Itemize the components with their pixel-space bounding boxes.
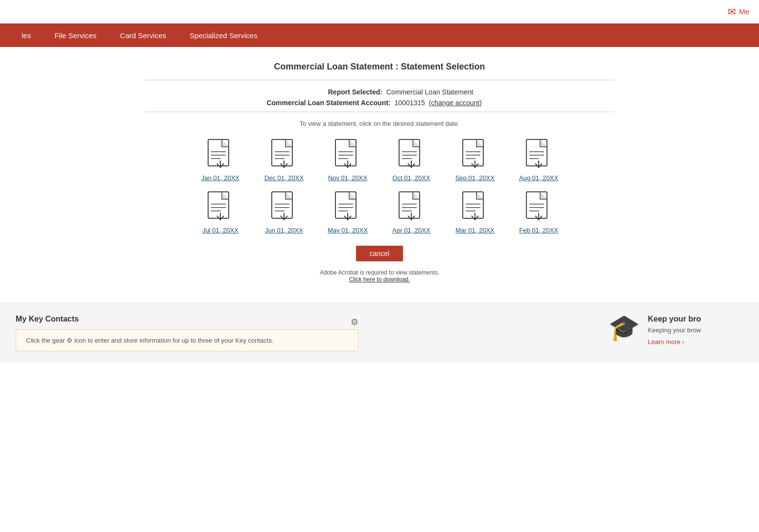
statement-item[interactable]: Feb 01, 20XX (517, 191, 561, 234)
statement-date[interactable]: Mar 01, 20XX (455, 227, 495, 234)
cancel-button[interactable]: cancel (356, 246, 403, 261)
pdf-icon (462, 191, 488, 223)
statement-item[interactable]: Jul 01, 20XX (198, 191, 242, 234)
statement-date[interactable]: Feb 01, 20XX (519, 227, 558, 234)
svg-rect-40 (335, 192, 356, 218)
svg-rect-0 (208, 139, 229, 166)
footer-right-text: Keep your bro Keeping your brow Learn mo… (648, 315, 743, 346)
top-divider (144, 80, 615, 80)
pdf-icon (462, 139, 488, 170)
my-key-contacts-title: My Key Contacts (16, 315, 79, 324)
statement-item[interactable]: Mar 01, 20XX (453, 191, 497, 234)
statements-row-2: Jul 01, 20XX Jun 01, 20XX May 01, 20XX (198, 191, 561, 234)
statement-date[interactable]: Nov 01, 20XX (328, 174, 367, 182)
statement-date[interactable]: May 01, 20XX (328, 227, 368, 234)
account-value: 10001315 (change account) (395, 99, 493, 107)
svg-rect-20 (463, 139, 483, 166)
nav-bar: les File Services Card Services Speciali… (0, 23, 759, 47)
statement-item[interactable]: Sep 01, 20XX (453, 139, 497, 182)
statement-item[interactable]: Jan 01, 20XX (198, 139, 242, 182)
nav-item-specialized-services[interactable]: Specialized Services (178, 23, 269, 47)
statement-date[interactable]: Oct 01, 20XX (392, 174, 430, 182)
statement-date[interactable]: Jan 01, 20XX (201, 174, 239, 182)
svg-rect-50 (463, 192, 483, 218)
statement-item[interactable]: Jun 01, 20XX (262, 191, 306, 234)
acrobat-note: Adobe Acrobat is required to view statem… (144, 269, 615, 283)
top-bar-mail-label: Me (739, 7, 749, 16)
footer-title-row: My Key Contacts ⚙ (16, 315, 358, 329)
footer-area: My Key Contacts ⚙ Click the gear ⚙ icon … (0, 302, 759, 363)
pdf-icon (271, 191, 297, 223)
footer-right: 🎓 Keep your bro Keeping your brow Learn … (593, 303, 759, 363)
svg-rect-30 (208, 192, 229, 218)
instruction-text: To view a statement, click on the desire… (144, 120, 615, 127)
main-content: Commercial Loan Statement : Statement Se… (135, 47, 624, 293)
pdf-icon (525, 139, 552, 170)
footer-info-text: Click the gear ⚙ icon to enter and store… (26, 337, 274, 344)
statement-date[interactable]: Apr 01, 20XX (392, 227, 430, 234)
footer-info-box: Click the gear ⚙ icon to enter and store… (16, 329, 358, 351)
svg-rect-35 (272, 192, 292, 218)
statement-date[interactable]: Jul 01, 20XX (202, 227, 238, 234)
pdf-icon (271, 139, 297, 170)
statement-item[interactable]: Oct 01, 20XX (389, 139, 433, 182)
change-account-link[interactable]: (change account) (429, 99, 482, 107)
statement-item[interactable]: Nov 01, 20XX (326, 139, 370, 182)
pdf-icon (398, 191, 425, 223)
pdf-icon (398, 139, 425, 170)
pdf-icon (334, 191, 361, 223)
svg-rect-10 (335, 139, 356, 166)
bottom-divider (144, 112, 615, 112)
account-label: Commercial Loan Statement Account: (266, 99, 390, 107)
svg-rect-55 (526, 192, 547, 218)
statements-row-1: Jan 01, 20XX Dec 01, 20XX Nov 01, 20XX (198, 139, 561, 182)
top-bar-mail-area[interactable]: ✉ Me (728, 6, 749, 18)
nav-item-file-services[interactable]: File Services (43, 23, 108, 47)
svg-rect-45 (399, 192, 420, 218)
report-selected-label: Report Selected: (275, 88, 382, 96)
svg-rect-5 (272, 139, 292, 166)
statement-date[interactable]: Sep 01, 20XX (455, 174, 495, 182)
nav-item-card-services[interactable]: Card Services (108, 23, 178, 47)
statements-grid: Jan 01, 20XX Dec 01, 20XX Nov 01, 20XX (144, 139, 615, 234)
pdf-icon (334, 139, 361, 170)
svg-rect-25 (526, 139, 547, 166)
gear-icon[interactable]: ⚙ (351, 317, 358, 327)
statement-date[interactable]: Dec 01, 20XX (264, 174, 304, 182)
pdf-icon (207, 139, 234, 170)
top-bar: ✉ Me (0, 0, 759, 23)
nav-item-les[interactable]: les (10, 23, 43, 47)
footer-right-title: Keep your bro (648, 315, 743, 324)
footer-right-desc: Keeping your brow (648, 326, 743, 334)
report-info: Report Selected: Commercial Loan Stateme… (144, 88, 615, 107)
statement-date[interactable]: Aug 01, 20XX (519, 174, 558, 182)
report-selected-value: Commercial Loan Statement (386, 88, 484, 96)
pdf-icon (207, 191, 234, 223)
graduation-hat-icon: 🎓 (608, 315, 640, 340)
account-number: 10001315 (395, 99, 425, 107)
learn-more-link[interactable]: Learn more › (648, 338, 684, 346)
pdf-icon (525, 191, 552, 223)
chevron-right-icon: › (682, 339, 684, 346)
statement-item[interactable]: Aug 01, 20XX (517, 139, 561, 182)
statement-date[interactable]: Jun 01, 20XX (265, 227, 303, 234)
footer-left: My Key Contacts ⚙ Click the gear ⚙ icon … (0, 303, 593, 363)
page-title: Commercial Loan Statement : Statement Se… (144, 62, 615, 72)
acrobat-download-link[interactable]: Click here to download. (349, 276, 410, 283)
statement-item[interactable]: May 01, 20XX (326, 191, 370, 234)
statement-item[interactable]: Dec 01, 20XX (262, 139, 306, 182)
mail-icon: ✉ (728, 6, 736, 18)
statement-item[interactable]: Apr 01, 20XX (389, 191, 433, 234)
svg-rect-15 (399, 139, 420, 166)
